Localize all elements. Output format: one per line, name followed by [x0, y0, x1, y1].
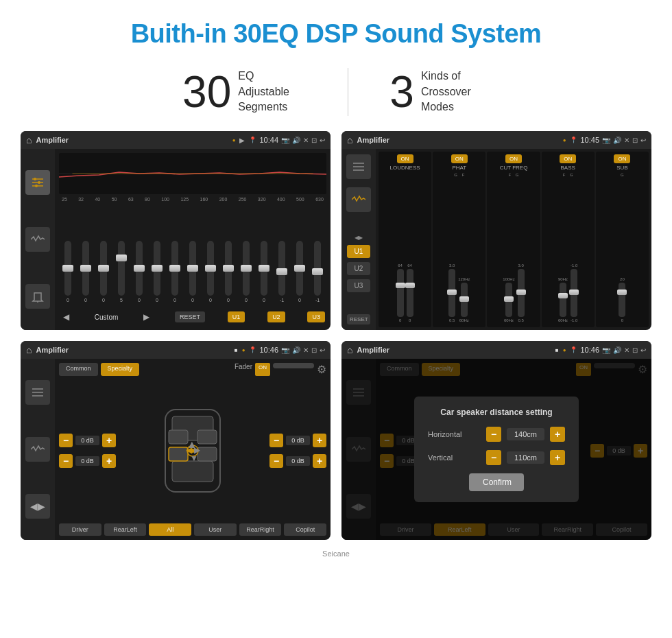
- eq-u3-btn[interactable]: U3: [307, 311, 325, 322]
- db-fl-plus[interactable]: +: [102, 434, 116, 447]
- spk-all-btn[interactable]: All: [149, 523, 191, 536]
- topbar-title-2: Amplifier: [357, 136, 558, 144]
- db-fl-minus[interactable]: −: [59, 434, 73, 447]
- eq-sidebar-btn-2[interactable]: [25, 227, 50, 252]
- window-icon-1[interactable]: ⊡: [311, 137, 317, 144]
- cross-cutfreq: ON CUT FREQ F G 100Hz 60Hz 3.0 0.5: [487, 152, 540, 327]
- eq-slider-3[interactable]: 5: [118, 241, 125, 303]
- window-icon-2[interactable]: ⊡: [632, 137, 638, 144]
- eq-slider-13[interactable]: 0: [296, 241, 303, 303]
- dialog-horizontal-plus[interactable]: +: [550, 427, 565, 442]
- cross-bass: ON BASS F G 90Hz 60Hz -1.0 -1.0: [542, 152, 595, 327]
- close-icon-2[interactable]: ✕: [624, 137, 629, 144]
- spk-rearright-btn[interactable]: RearRight: [239, 523, 282, 536]
- fader-on-btn[interactable]: ON: [255, 363, 270, 376]
- spk-tab-row: Common Specialty Fader ON ⚙: [59, 363, 326, 376]
- cross-reset-btn[interactable]: RESET: [347, 314, 370, 324]
- db-rr-plus[interactable]: +: [313, 454, 326, 468]
- eq-slider-4[interactable]: 0: [136, 241, 143, 303]
- back-icon-1[interactable]: ↩: [320, 137, 325, 144]
- eq-slider-8[interactable]: 0: [207, 241, 214, 303]
- eq-slider-11[interactable]: 0: [261, 241, 267, 303]
- camera-icon-2[interactable]: 📷: [602, 137, 610, 144]
- dialog-horizontal-minus[interactable]: −: [486, 427, 501, 442]
- camera-icon-3[interactable]: 📷: [281, 346, 289, 354]
- eq-sidebar-btn-3[interactable]: [25, 284, 50, 309]
- home-icon-4[interactable]: ⌂: [347, 344, 352, 355]
- eq-slider-10[interactable]: 0: [243, 241, 250, 303]
- freq-63: 63: [128, 197, 134, 202]
- spk-driver-btn[interactable]: Driver: [59, 523, 101, 536]
- confirm-button[interactable]: Confirm: [469, 473, 524, 491]
- sound-icon-3[interactable]: 🔊: [292, 346, 300, 354]
- cross-u2-btn[interactable]: U2: [347, 262, 370, 275]
- back-icon-4[interactable]: ↩: [640, 346, 646, 354]
- spk-controls: − 0 dB + − 0 dB +: [59, 381, 326, 519]
- eq-slider-0[interactable]: 0: [64, 241, 71, 303]
- eq-slider-14[interactable]: -1: [314, 241, 321, 303]
- cross-u1-btn[interactable]: U1: [347, 245, 370, 258]
- spk-sidebar-1[interactable]: [25, 380, 50, 405]
- eq-reset-btn[interactable]: RESET: [175, 311, 205, 322]
- cross-loudness: ON LOUDNESS 64 0 64 0: [379, 152, 431, 327]
- phat-on-btn[interactable]: ON: [451, 154, 468, 163]
- close-icon-3[interactable]: ✕: [303, 346, 309, 354]
- eq-prev-btn[interactable]: ◀: [60, 311, 72, 323]
- sound-icon-4[interactable]: 🔊: [613, 346, 621, 354]
- cross-sidebar-icon[interactable]: [346, 154, 371, 179]
- sound-icon-2[interactable]: 🔊: [613, 137, 621, 144]
- db-rl-plus[interactable]: +: [102, 454, 116, 468]
- sound-icon-1[interactable]: 🔊: [292, 137, 300, 144]
- spk-tab-specialty[interactable]: Specialty: [101, 363, 140, 376]
- eq-slider-5[interactable]: 0: [154, 241, 160, 303]
- close-icon-1[interactable]: ✕: [303, 137, 309, 144]
- db-rl-minus[interactable]: −: [59, 454, 73, 468]
- cutfreq-on-btn[interactable]: ON: [505, 154, 522, 163]
- fader-track[interactable]: [273, 363, 314, 368]
- eq-slider-2[interactable]: 0: [100, 241, 107, 303]
- distance-dialog-overlay: Car speaker distance setting Horizontal …: [341, 359, 651, 540]
- eq-slider-7[interactable]: 0: [189, 241, 196, 303]
- eq-slider-9[interactable]: 0: [225, 241, 232, 303]
- cross-sidebar-arrows[interactable]: ◀▶: [355, 235, 363, 241]
- camera-icon-4[interactable]: 📷: [602, 346, 610, 354]
- spk-sidebar-3[interactable]: ◀▶: [25, 494, 50, 519]
- home-icon-3[interactable]: ⌂: [26, 344, 32, 355]
- topbar-dot-4: ■: [555, 347, 559, 353]
- loudness-on-btn[interactable]: ON: [397, 154, 413, 163]
- dialog-title: Car speaker distance setting: [428, 407, 565, 417]
- eq-sidebar-btn-1[interactable]: [25, 170, 50, 195]
- home-icon-2[interactable]: ⌂: [347, 134, 352, 145]
- bass-on-btn[interactable]: ON: [560, 154, 576, 163]
- eq-u2-btn[interactable]: U2: [267, 311, 285, 322]
- freq-25: 25: [62, 197, 67, 202]
- back-icon-2[interactable]: ↩: [640, 137, 646, 144]
- spk-tab-common[interactable]: Common: [59, 363, 98, 376]
- close-icon-4[interactable]: ✕: [624, 346, 629, 354]
- spk-sidebar-2[interactable]: [25, 437, 50, 462]
- spk-rearleft-btn[interactable]: RearLeft: [104, 523, 147, 536]
- topbar-play-1[interactable]: ▶: [239, 137, 245, 144]
- sub-on-btn[interactable]: ON: [614, 154, 630, 163]
- gear-icon[interactable]: ⚙: [317, 363, 326, 376]
- db-fr-plus[interactable]: +: [313, 434, 326, 447]
- home-icon-1[interactable]: ⌂: [26, 134, 32, 145]
- spk-copilot-btn[interactable]: Copilot: [284, 523, 326, 536]
- eq-next-btn[interactable]: ▶: [141, 311, 152, 323]
- window-icon-3[interactable]: ⊡: [311, 346, 317, 354]
- eq-slider-12[interactable]: -1: [278, 241, 285, 303]
- db-rr-minus[interactable]: −: [269, 454, 283, 468]
- back-icon-3[interactable]: ↩: [320, 346, 325, 354]
- cross-u3-btn[interactable]: U3: [347, 279, 370, 292]
- spk-user-btn[interactable]: User: [194, 523, 237, 536]
- dialog-vertical-minus[interactable]: −: [486, 450, 501, 465]
- camera-icon-1[interactable]: 📷: [281, 137, 289, 144]
- eq-slider-1[interactable]: 0: [82, 241, 89, 303]
- eq-slider-6[interactable]: 0: [171, 241, 178, 303]
- window-icon-4[interactable]: ⊡: [632, 346, 638, 354]
- eq-u1-btn[interactable]: U1: [228, 311, 245, 322]
- db-fr-minus[interactable]: −: [269, 434, 283, 447]
- cross-sidebar-wave[interactable]: [346, 187, 371, 212]
- dialog-horizontal-label: Horizontal: [428, 430, 481, 438]
- dialog-vertical-plus[interactable]: +: [550, 450, 565, 465]
